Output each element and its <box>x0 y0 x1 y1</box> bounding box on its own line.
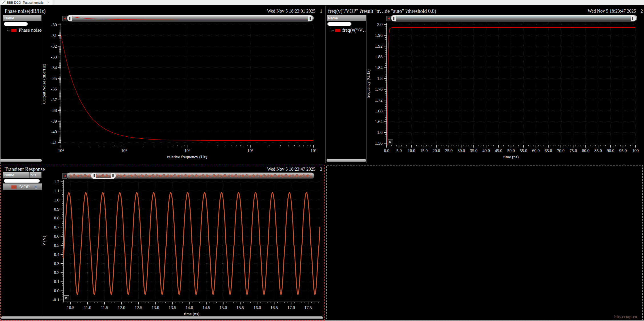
slider-left-arrow[interactable] <box>62 16 67 21</box>
legend-vis-column: Vis <box>29 172 41 178</box>
phase-noise-zoom-thumb[interactable] <box>67 15 313 21</box>
svg-text:-41: -41 <box>51 140 57 145</box>
svg-text:80.0: 80.0 <box>582 148 589 153</box>
svg-text:-34: -34 <box>51 65 57 70</box>
svg-text:85.0: 85.0 <box>594 148 602 153</box>
legend-item-phase-noise[interactable]: Phase noise(dB/H <box>3 27 42 34</box>
svg-text:1.96: 1.96 <box>375 33 383 38</box>
svg-text:90.0: 90.0 <box>607 148 614 153</box>
thumb-grip-left[interactable] <box>392 16 396 21</box>
slider-left-arrow[interactable] <box>386 16 391 21</box>
svg-text:-30: -30 <box>51 22 57 27</box>
tree-connector-icon <box>331 28 334 31</box>
trace-swatch[interactable] <box>335 29 340 32</box>
window-left-edge <box>0 5 1 164</box>
thumb-grip-right[interactable] <box>111 173 115 178</box>
thumb-grip-left[interactable] <box>92 173 96 178</box>
arrow-left-icon <box>64 17 66 20</box>
svg-text:70.0: 70.0 <box>557 148 565 153</box>
svg-text:10.0: 10.0 <box>408 148 415 153</box>
svg-text:15.5: 15.5 <box>237 305 244 310</box>
transient-hscrollbar[interactable] <box>1 316 323 319</box>
strip-play-button[interactable] <box>388 140 393 144</box>
legend-name-column: Name <box>327 16 366 20</box>
svg-text:-0.1: -0.1 <box>52 297 59 302</box>
svg-text:-33: -33 <box>51 54 57 59</box>
freq-scrollbar[interactable] <box>391 15 637 22</box>
svg-text:10⁸: 10⁸ <box>311 148 316 153</box>
svg-text:10⁵: 10⁵ <box>121 148 127 153</box>
legend-splitter[interactable] <box>42 15 42 163</box>
trace-swatch[interactable] <box>11 29 17 32</box>
legend-splitter[interactable] <box>42 172 42 318</box>
svg-text:time (ns): time (ns) <box>184 312 199 316</box>
legend-scrollbar[interactable] <box>0 159 42 162</box>
svg-text:1.64: 1.64 <box>375 119 383 124</box>
thumb-grip-right[interactable] <box>631 16 635 21</box>
svg-text:11.5: 11.5 <box>101 305 108 310</box>
legend-header: Name <box>327 15 366 21</box>
svg-text:-37: -37 <box>51 97 57 102</box>
svg-text:1.56: 1.56 <box>375 141 383 146</box>
freq-zoom-thumb[interactable] <box>391 15 636 21</box>
svg-text:relative frequency (Hz): relative frequency (Hz) <box>167 155 207 160</box>
thumb-grip-right[interactable] <box>308 16 312 21</box>
svg-text:2.0: 2.0 <box>377 22 383 27</box>
legend-hscroll-thumb[interactable] <box>4 22 28 26</box>
svg-text:11.0: 11.0 <box>84 305 91 310</box>
transient-date: Wed Nov 5 18:23:47 2025 3 <box>217 167 322 172</box>
legend-scrollbar[interactable] <box>327 159 366 162</box>
phase-noise-plot[interactable]: -30-31-32-33-34-35-36-37-38-39-40-4110⁴1… <box>43 22 324 161</box>
tab-close-icon[interactable]: ✕ <box>47 1 49 4</box>
panel-divider <box>325 6 326 163</box>
visibility-eye-icon[interactable] <box>34 185 38 189</box>
svg-text:12.0: 12.0 <box>118 305 125 310</box>
date-text: Wed Nov 5 18:23:47 2025 <box>588 9 636 14</box>
svg-text:35.0: 35.0 <box>470 148 477 153</box>
legend-hscroll-thumb[interactable] <box>327 22 351 26</box>
svg-text:1.88: 1.88 <box>375 54 383 59</box>
play-icon <box>65 297 67 299</box>
schematic-tab[interactable]: BBB DCO_Test schematic ✕ <box>0 0 52 5</box>
freq-plot[interactable]: 2.01.961.921.881.841.81.761.721.681.641.… <box>367 22 644 161</box>
legend-item-vop[interactable]: /VOP <box>3 183 42 190</box>
legend-splitter[interactable] <box>366 15 367 163</box>
strip-play-button[interactable] <box>64 295 69 300</box>
tab-title: BBB DCO_Test schematic <box>7 1 43 4</box>
svg-text:14.5: 14.5 <box>203 305 210 310</box>
svg-text:13.5: 13.5 <box>169 305 176 310</box>
svg-text:time (ns): time (ns) <box>503 155 519 160</box>
svg-text:0.0: 0.0 <box>384 148 389 153</box>
svg-text:0.2: 0.2 <box>54 270 59 275</box>
svg-text:-38: -38 <box>51 108 57 113</box>
transient-scrollbar[interactable] <box>67 172 314 179</box>
slider-left-arrow[interactable] <box>62 173 67 179</box>
window-index: 2 <box>641 9 643 14</box>
svg-text:-32: -32 <box>51 44 57 49</box>
svg-text:75.0: 75.0 <box>569 148 577 153</box>
legend-item-freq[interactable]: freq(v("/V…shol <box>327 27 366 34</box>
transient-zoom-thumb[interactable] <box>91 173 116 179</box>
svg-text:0.4: 0.4 <box>54 252 60 257</box>
play-icon <box>389 141 391 143</box>
legend-hscroll-thumb[interactable] <box>4 179 40 183</box>
svg-text:1.72: 1.72 <box>375 98 383 102</box>
legend-header: Name <box>3 15 42 21</box>
phase-noise-scrollbar[interactable] <box>67 15 314 22</box>
svg-text:V (V): V (V) <box>43 236 47 246</box>
trace-swatch[interactable] <box>11 185 17 189</box>
legend-name-column: Name <box>3 173 29 177</box>
transient-plot[interactable]: 1.21.11.00.90.80.70.60.50.40.30.20.10.0-… <box>43 180 324 320</box>
svg-text:0.1: 0.1 <box>54 279 59 284</box>
svg-text:13.0: 13.0 <box>152 305 159 310</box>
thumb-grip-left[interactable] <box>68 16 72 21</box>
svg-text:0.6: 0.6 <box>54 234 60 239</box>
svg-text:0.8: 0.8 <box>54 215 60 220</box>
legend-item-label: freq(v("/V…shol <box>342 27 366 33</box>
svg-text:1.76: 1.76 <box>375 87 383 92</box>
svg-text:frequency (GHz): frequency (GHz) <box>367 69 371 98</box>
svg-text:-40: -40 <box>51 129 57 134</box>
svg-text:25.0: 25.0 <box>445 148 453 153</box>
phase-noise-legend: Name Phase noise(dB/H <box>3 15 42 34</box>
svg-text:-35: -35 <box>51 76 57 81</box>
